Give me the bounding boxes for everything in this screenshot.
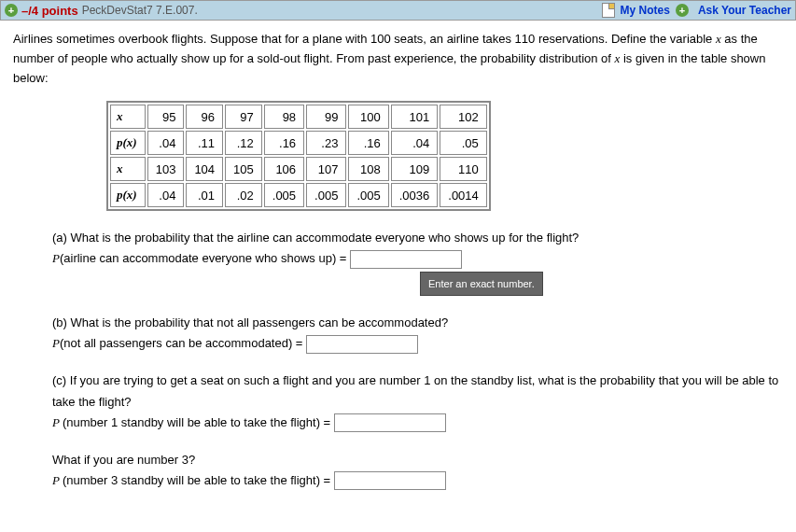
part-c-question: (c) If you are trying to get a seat on s…	[52, 371, 783, 412]
question-content: Airlines sometimes overbook flights. Sup…	[0, 21, 796, 517]
distribution-table-wrap: x 95 96 97 98 99 100 101 102 p(x) .04 .1…	[106, 101, 783, 211]
p-cell: .005	[264, 183, 304, 207]
p-cell: .04	[147, 183, 185, 207]
x-cell: 96	[186, 105, 223, 129]
plus-icon[interactable]: +	[676, 4, 689, 17]
part-c2: What if you are number 3? P (number 3 st…	[52, 450, 783, 491]
part-c-prompt: (number 1 standby will be able to take t…	[63, 415, 334, 429]
p-cell: .04	[391, 131, 439, 155]
question-reference: PeckDevStat7 7.E.007.	[82, 4, 198, 17]
x-cell: 98	[264, 105, 304, 129]
input-tooltip: Enter an exact number.	[420, 272, 543, 297]
x-cell: 101	[391, 105, 439, 129]
p-symbol: P	[52, 251, 60, 265]
x-cell: 105	[225, 157, 262, 181]
ask-teacher-link[interactable]: Ask Your Teacher	[698, 4, 791, 17]
table-row: p(x) .04 .11 .12 .16 .23 .16 .04 .05	[110, 131, 487, 155]
p-cell: .005	[348, 183, 388, 207]
part-c2-input[interactable]	[334, 471, 446, 490]
p-symbol: P	[52, 473, 63, 487]
x-cell: 97	[225, 105, 262, 129]
question-header: + –/4 points PeckDevStat7 7.E.007. My No…	[0, 0, 796, 21]
part-a-input[interactable]	[350, 250, 462, 269]
distribution-table: x 95 96 97 98 99 100 101 102 p(x) .04 .1…	[106, 101, 491, 211]
intro-text: Airlines sometimes overbook flights. Sup…	[13, 32, 716, 46]
p-cell: .23	[306, 131, 346, 155]
part-c-input[interactable]	[334, 413, 446, 432]
p-cell: .005	[306, 183, 346, 207]
p-cell: .0036	[391, 183, 439, 207]
part-b-question: (b) What is the probability that not all…	[52, 313, 783, 333]
x-header: x	[110, 105, 146, 129]
p-cell: .16	[264, 131, 304, 155]
p-cell: .16	[348, 131, 388, 155]
part-b: (b) What is the probability that not all…	[52, 313, 783, 354]
part-c2-question: What if you are number 3?	[52, 450, 783, 470]
points-label: –/4 points	[21, 4, 78, 18]
x-cell: 107	[306, 157, 346, 181]
part-c2-prompt: (number 3 standby will be able to take t…	[63, 473, 334, 487]
plus-icon[interactable]: +	[5, 4, 18, 17]
p-symbol: P	[52, 336, 60, 350]
table-row: p(x) .04 .01 .02 .005 .005 .005 .0036 .0…	[110, 183, 487, 207]
x-cell: 106	[264, 157, 304, 181]
p-symbol: P	[52, 415, 63, 429]
part-b-input[interactable]	[306, 335, 418, 354]
x-cell: 102	[440, 105, 487, 129]
x-cell: 103	[147, 157, 185, 181]
part-a-question: (a) What is the probability that the air…	[52, 228, 783, 248]
table-row: x 103 104 105 106 107 108 109 110	[110, 157, 487, 181]
x-cell: 95	[147, 105, 185, 129]
x-cell: 100	[348, 105, 388, 129]
problem-statement: Airlines sometimes overbook flights. Sup…	[13, 30, 783, 88]
p-cell: .12	[225, 131, 262, 155]
my-notes-link[interactable]: My Notes	[621, 4, 670, 17]
px-header: p(x)	[110, 183, 146, 207]
part-b-prompt: (not all passengers can be accommodated)…	[60, 336, 306, 350]
p-cell: .01	[186, 183, 223, 207]
px-header: p(x)	[110, 131, 146, 155]
x-header: x	[110, 157, 146, 181]
x-cell: 99	[306, 105, 346, 129]
p-cell: .02	[225, 183, 262, 207]
p-cell: .05	[440, 131, 487, 155]
table-row: x 95 96 97 98 99 100 101 102	[110, 105, 487, 129]
x-cell: 104	[186, 157, 223, 181]
x-cell: 108	[348, 157, 388, 181]
p-cell: .11	[186, 131, 223, 155]
notes-icon[interactable]	[602, 3, 615, 18]
p-cell: .0014	[440, 183, 487, 207]
part-a-prompt: (airline can accommodate everyone who sh…	[60, 251, 350, 265]
p-cell: .04	[147, 131, 185, 155]
part-a: (a) What is the probability that the air…	[52, 228, 783, 296]
x-cell: 109	[391, 157, 439, 181]
part-c: (c) If you are trying to get a seat on s…	[52, 371, 783, 432]
x-cell: 110	[440, 157, 487, 181]
